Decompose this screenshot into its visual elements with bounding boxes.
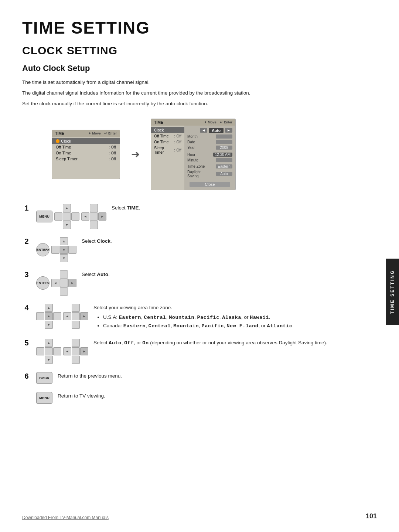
- dpad-up-3[interactable]: ▲: [60, 237, 68, 245]
- timezone-row: Time Zone Eastern: [184, 164, 235, 169]
- description-1: The time is set automatically from a dig…: [22, 78, 340, 87]
- dpad-down-5[interactable]: ▼: [45, 321, 53, 329]
- dpad-up-4: [60, 270, 68, 279]
- step-4-icons: ▲ ● ▼ ◄ ►: [36, 304, 88, 329]
- page-number: 101: [366, 512, 377, 520]
- dpad-left-4[interactable]: ◄: [51, 279, 59, 287]
- dpad-up-6: [72, 304, 80, 312]
- year-row: Year 2009: [184, 145, 235, 150]
- step-3-icons: ENTER● ◄ ►: [36, 270, 76, 296]
- arrow-right-icon: ➜: [131, 148, 140, 160]
- dpad-down-8: [72, 356, 80, 364]
- sidebar-text: TIME SETTING: [390, 270, 395, 314]
- step-3-text: Select Auto.: [82, 270, 340, 279]
- dpad-down-3[interactable]: ▼: [60, 254, 68, 262]
- step-4-bullets: U.S.A: Eastern, Central, Mountain, Pacif…: [97, 313, 340, 331]
- menu-row-sleeptimer: Sleep Timer : Off: [52, 156, 120, 162]
- step-5-number: 5: [22, 339, 31, 347]
- screenshots-row: TIME ✦ Move ↵ Enter Clock Off Time : Off…: [52, 119, 340, 190]
- dpad-down-2: [90, 221, 98, 229]
- exp-row-ontime: On Time : Off: [151, 139, 184, 145]
- step-7: MENU Return to TV viewing.: [22, 392, 340, 404]
- dpad-center-3[interactable]: ●: [60, 246, 68, 254]
- step-2-number: 2: [22, 237, 31, 246]
- step-1-text: Select TIME.: [112, 204, 340, 212]
- dpad-center-6: [72, 312, 80, 320]
- dpad-down[interactable]: ▼: [63, 221, 71, 229]
- auto-nav-row: ◄ Auto ►: [184, 127, 235, 134]
- steps-section: 1 MENU ▲ ▼ ◄ ► Select: [22, 204, 340, 404]
- enter-button-2[interactable]: ENTER●: [36, 243, 50, 256]
- step-2-icons: ENTER● ▲ ● ▼: [36, 237, 76, 262]
- dpad-down-7[interactable]: ▼: [45, 356, 53, 364]
- dpad-up-5[interactable]: ▲: [45, 304, 53, 312]
- expanded-left: Clock Off Time : Off On Time : Off Sleep…: [151, 126, 184, 190]
- dpad-left-7: [36, 347, 44, 355]
- tv-menu-left: TIME ✦ Move ↵ Enter Clock Off Time : Off…: [52, 130, 120, 179]
- step-1-number: 1: [22, 204, 31, 212]
- step-5-icons: ▲ ▼ ◄ ►: [36, 339, 88, 364]
- dpad-right-8[interactable]: ►: [80, 347, 88, 355]
- dpad-center: [63, 212, 71, 221]
- menu-left-title: TIME: [55, 131, 64, 136]
- dpad-down-4: [60, 287, 68, 296]
- step-5-text: Select Auto, Off, or On (depending on wh…: [93, 339, 340, 347]
- step-1: 1 MENU ▲ ▼ ◄ ► Select: [22, 204, 340, 229]
- dpad-center-5[interactable]: ●: [45, 312, 53, 320]
- dpad-right-4[interactable]: ►: [68, 279, 76, 287]
- dpad-up-8: [72, 339, 80, 347]
- enter-button-3[interactable]: ENTER●: [36, 276, 50, 290]
- dpad-right-7: [53, 347, 61, 355]
- dpad-right: [71, 212, 79, 221]
- step-4: 4 ▲ ● ▼ ◄ ► Select your viewin: [22, 304, 340, 331]
- dpad-left-8[interactable]: ◄: [63, 347, 71, 355]
- description-2: The digital channel signal includes info…: [22, 89, 340, 98]
- auto-clock-setup-title: Auto Clock Setup: [22, 64, 340, 73]
- clock-setting-title: CLOCK SETTING: [22, 44, 340, 57]
- dpad-left-6[interactable]: ◄: [63, 312, 71, 320]
- dpad-up-7[interactable]: ▲: [45, 339, 53, 347]
- footer-link[interactable]: Downloaded From TV-Manual.com Manuals: [22, 515, 109, 520]
- tv-menu-right-header: TIME ✦ Move ↵ Enter: [151, 119, 235, 126]
- dpad-left-2[interactable]: ◄: [81, 212, 89, 221]
- dpad-up[interactable]: ▲: [63, 204, 71, 212]
- dpad-8: ◄ ►: [63, 339, 88, 364]
- daylight-row: DaylightSaving Auto: [184, 169, 235, 179]
- back-button[interactable]: BACK: [36, 372, 52, 384]
- exp-row-offtime: Off Time : Off: [151, 133, 184, 139]
- close-button[interactable]: Close: [190, 182, 230, 187]
- step-3-number: 3: [22, 270, 31, 279]
- selected-indicator: [56, 139, 59, 143]
- step-6-text: Return to the previous menu.: [58, 372, 340, 380]
- step-5: 5 ▲ ▼ ◄ ► Select Auto, Off, o: [22, 339, 340, 364]
- sidebar-label: TIME SETTING: [386, 259, 399, 325]
- dpad-1: ▲ ▼: [54, 204, 79, 229]
- menu-left-nav-hints: ✦ Move ↵ Enter: [88, 132, 117, 135]
- dpad-right-2[interactable]: ►: [98, 212, 106, 221]
- minute-row: Minute: [184, 157, 235, 163]
- menu-row-clock: Clock: [52, 138, 120, 144]
- expanded-body: Clock Off Time : Off On Time : Off Sleep…: [151, 126, 235, 190]
- exp-row-sleeptimer: Sleep Timer : Off: [151, 145, 184, 155]
- menu-button-1[interactable]: MENU: [36, 211, 52, 222]
- tv-menu-left-header: TIME ✦ Move ↵ Enter: [52, 130, 120, 137]
- dpad-center-8: [72, 347, 80, 355]
- step-6-icons: BACK: [36, 372, 52, 384]
- step-4-number: 4: [22, 304, 31, 312]
- menu-button-7[interactable]: MENU: [36, 392, 52, 404]
- divider: [22, 197, 340, 197]
- dpad-left: [54, 212, 62, 221]
- dpad-up-2: [90, 204, 98, 212]
- description-3: Set the clock manually if the current ti…: [22, 100, 340, 108]
- menu-right-title: TIME: [154, 120, 163, 125]
- exp-row-clock: Clock: [151, 127, 184, 133]
- date-row: Date: [184, 139, 235, 145]
- menu-row-ontime: On Time : Off: [52, 150, 120, 156]
- dpad-7: ▲ ▼: [36, 339, 61, 364]
- step-6-number: 6: [22, 372, 31, 381]
- step-7-icons: MENU: [36, 392, 52, 404]
- page-title: TIME SETTING: [22, 18, 340, 38]
- dpad-4: ◄ ►: [51, 270, 76, 296]
- dpad-right-6[interactable]: ►: [80, 312, 88, 320]
- tv-menu-left-body: Clock Off Time : Off On Time : Off Sleep…: [52, 137, 120, 179]
